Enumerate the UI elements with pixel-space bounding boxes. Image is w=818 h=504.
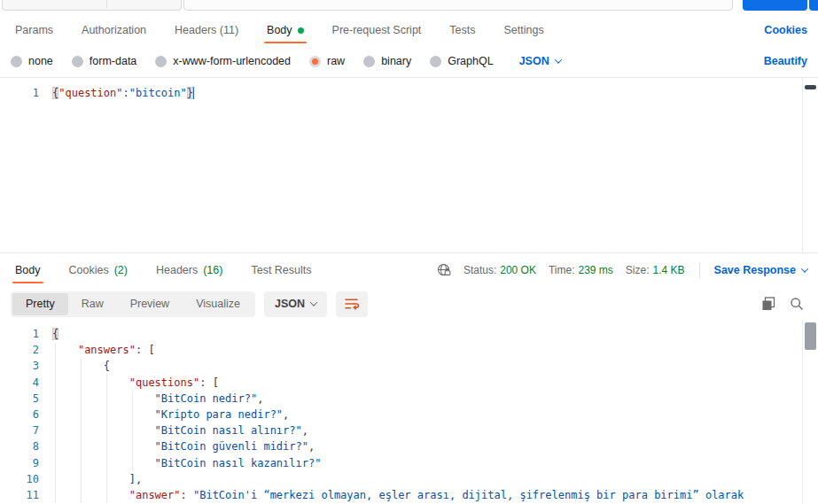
indent-guide bbox=[55, 342, 56, 358]
code-line: 11 "answer": "BitCoin'i “merkezi olmayan… bbox=[0, 487, 818, 503]
radio-label: raw bbox=[327, 55, 345, 67]
response-tab-body[interactable]: Body bbox=[11, 258, 45, 283]
code-content: ], bbox=[39, 471, 818, 487]
indent-guide bbox=[55, 407, 56, 423]
view-tab-visualize[interactable]: Visualize bbox=[183, 293, 253, 315]
response-tab-cookies[interactable]: Cookies(2) bbox=[65, 258, 132, 283]
code-line: 1{ bbox=[0, 326, 818, 342]
response-tab-test-results[interactable]: Test Results bbox=[246, 258, 316, 283]
time-pair: Time: 239 ms bbox=[549, 264, 613, 276]
code-line: 6 "Kripto para nedir?", bbox=[0, 407, 818, 423]
code-text: "answers": [ bbox=[52, 344, 155, 356]
request-tab-body[interactable]: Body bbox=[262, 18, 308, 43]
indent-guide bbox=[55, 487, 56, 503]
line-number: 9 bbox=[0, 457, 39, 469]
code-line: 3 { bbox=[0, 358, 818, 374]
response-editor-scrollbar-thumb[interactable] bbox=[805, 322, 816, 350]
body-type-graphql[interactable]: GraphQL bbox=[430, 55, 493, 67]
indent-guide bbox=[132, 438, 133, 454]
radio-icon bbox=[309, 56, 321, 67]
indent-guide bbox=[81, 407, 82, 423]
indent-guide bbox=[81, 455, 82, 471]
line-number: 7 bbox=[0, 424, 39, 437]
code-line: 7 "BitCoin nasıl alınır?", bbox=[0, 423, 818, 438]
search-icon[interactable] bbox=[790, 297, 804, 311]
line-number: 11 bbox=[0, 489, 39, 501]
response-meta: Status: 200 OK Time: 239 ms Size: 1.4 KB… bbox=[437, 262, 807, 278]
code-text: "BitCoin nasıl alınır?", bbox=[52, 424, 308, 437]
response-format-select[interactable]: JSON bbox=[264, 291, 327, 317]
view-tab-pretty[interactable]: Pretty bbox=[12, 293, 68, 315]
indent-guide bbox=[132, 391, 133, 407]
tab-label: Settings bbox=[504, 24, 544, 36]
view-tab-raw[interactable]: Raw bbox=[68, 293, 117, 315]
code-line: 8 "BitCoin güvenli midir?", bbox=[0, 438, 818, 454]
body-type-list: noneform-datax-www-form-urlencodedrawbin… bbox=[11, 55, 512, 67]
tab-count: (16) bbox=[203, 264, 222, 276]
response-header: BodyCookies(2)Headers(16)Test Results St… bbox=[0, 257, 818, 283]
chevron-down-icon bbox=[554, 56, 561, 63]
code-text: "Kripto para nedir?", bbox=[52, 408, 289, 421]
body-type-binary[interactable]: binary bbox=[363, 55, 411, 67]
request-tab-params[interactable]: Params bbox=[11, 18, 58, 43]
code-content: "BitCoin nasıl alınır?", bbox=[39, 423, 818, 438]
wrap-text-icon bbox=[344, 297, 360, 311]
response-body-editor[interactable]: 1{2 "answers": [3 {4 "questions": [5 "Bi… bbox=[0, 321, 818, 504]
code-text: "BitCoin nasıl kazanılır?" bbox=[52, 457, 321, 469]
body-type-x-www-form-urlencoded[interactable]: x-www-form-urlencoded bbox=[155, 55, 291, 67]
request-tab-authorization[interactable]: Authorization bbox=[77, 18, 151, 43]
time-value: 239 ms bbox=[579, 264, 613, 276]
cookies-link[interactable]: Cookies bbox=[764, 24, 807, 36]
request-tab-tests[interactable]: Tests bbox=[445, 18, 479, 43]
indent-guide bbox=[55, 438, 56, 454]
request-tab-pre-request-script[interactable]: Pre-request Script bbox=[328, 18, 426, 43]
response-view-tabs: PrettyRawPreviewVisualize bbox=[11, 291, 255, 317]
send-options-button[interactable] bbox=[809, 0, 818, 11]
body-type-none[interactable]: none bbox=[11, 55, 53, 67]
body-type-form-data[interactable]: form-data bbox=[72, 55, 137, 67]
size-label: Size: bbox=[626, 264, 650, 276]
request-tab-settings[interactable]: Settings bbox=[500, 18, 549, 43]
radio-icon bbox=[363, 56, 375, 67]
indent-guide bbox=[132, 423, 133, 438]
size-pair: Size: 1.4 KB bbox=[626, 264, 685, 276]
method-selector[interactable] bbox=[2, 0, 182, 11]
save-response-button[interactable]: Save Response bbox=[714, 264, 807, 276]
status-pair: Status: 200 OK bbox=[464, 264, 536, 276]
request-editor-scrollbar-thumb[interactable] bbox=[805, 85, 816, 89]
request-body-editor[interactable]: 1{"question":"bitcoin"} bbox=[0, 77, 818, 253]
wrap-text-button[interactable] bbox=[336, 291, 368, 317]
indent-guide bbox=[106, 391, 107, 407]
time-label: Time: bbox=[549, 264, 575, 276]
indent-guide bbox=[106, 438, 107, 454]
send-button[interactable] bbox=[743, 0, 807, 11]
view-tab-preview[interactable]: Preview bbox=[117, 293, 183, 315]
url-input[interactable] bbox=[183, 0, 733, 11]
indent-guide bbox=[55, 375, 56, 391]
request-tab-headers-11[interactable]: Headers (11) bbox=[170, 18, 243, 43]
status-label: Status: bbox=[464, 264, 496, 276]
code-text: ], bbox=[52, 473, 142, 485]
code-line: 9 "BitCoin nasıl kazanılır?" bbox=[0, 455, 818, 471]
response-actions bbox=[761, 297, 807, 311]
code-text: "BitCoin güvenli midir?", bbox=[52, 440, 315, 453]
method-url-divider bbox=[106, 0, 107, 8]
indent-guide bbox=[106, 455, 107, 471]
radio-label: none bbox=[28, 55, 53, 67]
code-line: 1{"question":"bitcoin"} bbox=[0, 85, 818, 101]
line-number: 1 bbox=[0, 87, 39, 99]
response-tab-headers[interactable]: Headers(16) bbox=[152, 258, 227, 283]
tab-count: (2) bbox=[114, 264, 128, 276]
raw-format-select[interactable]: JSON bbox=[519, 55, 561, 67]
radio-label: GraphQL bbox=[448, 55, 493, 67]
radio-label: x-www-form-urlencoded bbox=[173, 55, 291, 67]
beautify-link[interactable]: Beautify bbox=[764, 55, 807, 67]
indent-guide bbox=[132, 455, 133, 471]
copy-icon[interactable] bbox=[761, 297, 775, 311]
tab-label: Authorization bbox=[82, 24, 146, 36]
code-text: {"question":"bitcoin"} bbox=[52, 87, 194, 100]
body-type-raw[interactable]: raw bbox=[309, 55, 345, 67]
response-editor-lines: 1{2 "answers": [3 {4 "questions": [5 "Bi… bbox=[0, 326, 818, 503]
code-line: 2 "answers": [ bbox=[0, 342, 818, 358]
active-tab-underline bbox=[12, 282, 43, 283]
